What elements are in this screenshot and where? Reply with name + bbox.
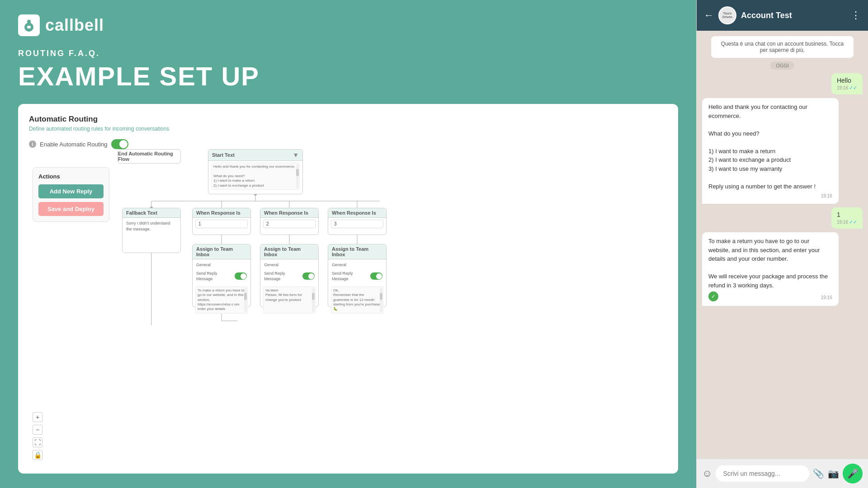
send-reply-toggle-2[interactable] xyxy=(302,272,315,280)
fallback-content: Sorry I didn't understand the message. xyxy=(123,218,180,235)
chat-header: ← ToursDriven Account Test ⋮ xyxy=(697,0,868,31)
hello-time: 19:16 xyxy=(837,85,848,90)
svg-rect-7 xyxy=(28,20,30,21)
when-response-2-input: 2 xyxy=(263,220,316,228)
zoom-out-button[interactable]: − xyxy=(33,425,42,435)
chat-avatar-inner: ToursDriven xyxy=(719,7,736,23)
attachment-button[interactable]: 📎 xyxy=(813,468,824,479)
end-node: End Automatic Routing Flow xyxy=(118,149,181,164)
actions-panel: Actions Add New Reply Save and Deploy xyxy=(33,167,109,222)
camera-button[interactable]: 📷 xyxy=(828,468,839,479)
chat-date-label: OGGI xyxy=(770,61,794,70)
example-title: EXAMPLE SET UP xyxy=(18,61,678,91)
fullscreen-button[interactable]: ⛶ xyxy=(33,437,42,447)
when-response-1-header: When Response Is xyxy=(193,208,250,218)
assign-1-content: To make a return you have to go to our w… xyxy=(195,286,248,314)
msg-1-tick: ✓✓ xyxy=(849,219,857,225)
when-response-3-input: 3 xyxy=(331,220,383,228)
bot-message-time: 19:16 xyxy=(708,192,832,199)
assign-2-content: Va bien! Please, fill this form for chan… xyxy=(263,286,316,314)
chat-info-banner[interactable]: Questa è una chat con un account busines… xyxy=(711,36,854,58)
assign-2-node: Assign to Team Inbox General Send Reply … xyxy=(260,244,319,307)
bubble-1-time: 19:16 ✓✓ xyxy=(837,219,857,225)
left-panel: callbell ROUTING F.A.Q. EXAMPLE SET UP A… xyxy=(0,0,696,488)
add-new-reply-button[interactable]: Add New Reply xyxy=(38,184,104,198)
end-label: End Automatic Routing Flow xyxy=(118,151,180,162)
when-response-3-node: When Response Is 3 xyxy=(328,208,387,235)
bubble-sent-hello: Hello 19:16 ✓✓ xyxy=(831,73,863,94)
lock-button[interactable]: 🔒 xyxy=(33,450,42,460)
assign-1-node: Assign to Team Inbox General Send Reply … xyxy=(192,244,251,307)
return-message-text: To make a return you have to go to our w… xyxy=(708,237,832,290)
assign-3-content: Ok,Remember that the guarentee is for 12… xyxy=(331,286,383,314)
bubble-received-bot: Hello and thank you for contacting our e… xyxy=(702,98,839,204)
info-icon: i xyxy=(29,141,36,148)
send-reply-label-1: Send Reply Message xyxy=(196,271,233,282)
send-reply-toggle-1[interactable] xyxy=(235,272,247,280)
send-reply-toggle-3[interactable] xyxy=(370,272,382,280)
assign-2-title: Assign to Team Inbox xyxy=(264,246,315,257)
when-response-2-node: When Response Is 2 xyxy=(260,208,319,235)
routing-card: Automatic Routing Define automated routi… xyxy=(18,104,678,474)
send-reply-label-3: Send Reply Message xyxy=(332,271,368,282)
when-response-1-input: 1 xyxy=(195,220,248,228)
card-title: Automatic Routing xyxy=(29,115,667,124)
fallback-title: Fallback Text xyxy=(126,210,157,216)
zoom-in-button[interactable]: + xyxy=(33,412,42,422)
assign-2-team-label: General xyxy=(264,262,315,268)
assign-1-team-label: General xyxy=(196,262,247,268)
logo-text: callbell xyxy=(45,16,104,35)
bubble-received-return: To make a return you have to go to our w… xyxy=(702,232,839,306)
assign-2-team: General Send Reply Message xyxy=(260,259,318,285)
assign-3-title: Assign to Team Inbox xyxy=(332,246,382,257)
assign-1-title: Assign to Team Inbox xyxy=(196,246,247,257)
svg-point-4 xyxy=(31,26,33,28)
flow-area: Start Text ▼ Hello and thank you for con… xyxy=(118,149,669,446)
send-reply-label-2: Send Reply Message xyxy=(264,271,301,282)
start-node-content: Hello and thank you for contacting our e… xyxy=(211,163,300,190)
assign-3-header: Assign to Team Inbox xyxy=(328,244,386,259)
enable-label: Enable Automatic Routing xyxy=(40,141,108,148)
mic-button[interactable]: 🎤 xyxy=(843,464,863,483)
svg-point-3 xyxy=(25,26,27,28)
logo-area: callbell xyxy=(18,14,678,36)
assign-1-team: General Send Reply Message xyxy=(193,259,250,285)
bot-message-text: Hello and thank you for contacting our e… xyxy=(708,103,832,191)
chat-title: Account Test xyxy=(741,11,846,20)
bubble-sent-1: 1 19:16 ✓✓ xyxy=(831,207,863,229)
save-deploy-button[interactable]: Save and Deploy xyxy=(38,202,104,216)
when-response-2-title: When Response Is xyxy=(264,210,308,216)
enable-row: i Enable Automatic Routing xyxy=(29,139,667,149)
chat-avatar: ToursDriven xyxy=(718,6,736,24)
right-panel: ← ToursDriven Account Test ⋮ Questa è un… xyxy=(696,0,868,488)
assign-2-header: Assign to Team Inbox xyxy=(260,244,318,259)
emoji-button[interactable]: ☺ xyxy=(702,468,712,479)
msg-1-text: 1 xyxy=(837,211,840,218)
chat-body: Questa è una chat con un account busines… xyxy=(697,31,868,459)
logo-icon xyxy=(18,14,40,36)
when-response-2-header: When Response Is xyxy=(260,208,318,218)
chat-back-button[interactable]: ← xyxy=(704,10,714,20)
assign-3-team-label: General xyxy=(332,262,382,268)
when-response-3-title: When Response Is xyxy=(332,210,376,216)
msg-1-time: 19:16 xyxy=(837,220,848,225)
when-response-1-node: When Response Is 1 xyxy=(192,208,251,235)
when-response-3-header: When Response Is xyxy=(328,208,386,218)
hello-tick: ✓✓ xyxy=(849,85,857,91)
chat-footer: ☺ 📎 📷 🎤 xyxy=(697,459,868,488)
chat-input[interactable] xyxy=(716,465,809,482)
card-subtitle: Define automated routing rules for incom… xyxy=(29,126,667,132)
fallback-node: Fallback Text Sorry I didn't understand … xyxy=(122,208,181,253)
actions-title: Actions xyxy=(38,173,104,180)
fallback-header: Fallback Text xyxy=(123,208,180,218)
enable-toggle[interactable] xyxy=(111,139,128,149)
assign-1-header: Assign to Team Inbox xyxy=(193,244,250,259)
start-text-node: Start Text ▼ Hello and thank you for con… xyxy=(208,149,303,194)
read-tick: ✓ xyxy=(708,291,718,301)
start-node-header: Start Text ▼ xyxy=(208,150,302,161)
svg-rect-5 xyxy=(27,26,31,28)
start-node-expand[interactable]: ▼ xyxy=(292,151,299,159)
chat-menu-icon[interactable]: ⋮ xyxy=(851,9,861,21)
bubble-hello-time: 19:16 ✓✓ xyxy=(837,85,857,91)
zoom-controls: + − ⛶ 🔒 xyxy=(33,412,42,460)
